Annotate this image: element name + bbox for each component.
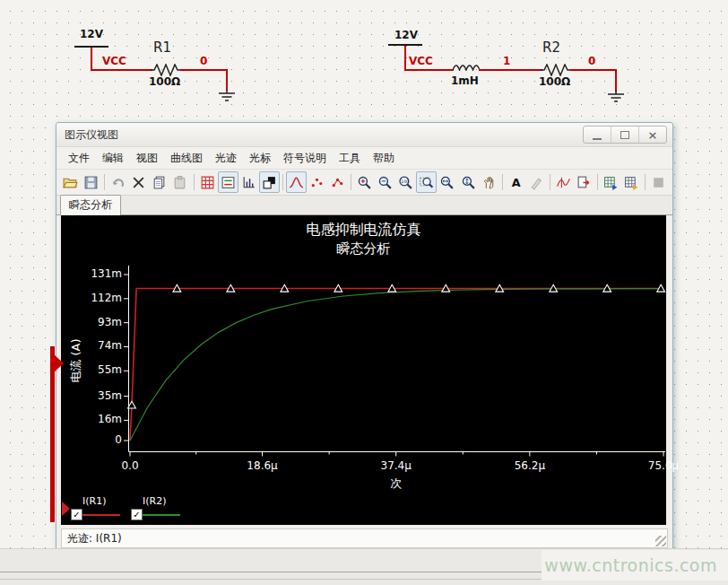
gray-square-icon bbox=[651, 175, 666, 190]
show-legend-button[interactable] bbox=[218, 171, 238, 193]
point-style-button[interactable] bbox=[307, 171, 327, 193]
selected-trace-arrow-icon bbox=[62, 502, 70, 516]
plot-surface[interactable] bbox=[61, 215, 666, 525]
open-folder-icon bbox=[63, 175, 78, 190]
y-tick-label-7: 131m bbox=[75, 267, 122, 280]
save-button[interactable] bbox=[81, 171, 101, 193]
wire bbox=[615, 69, 617, 92]
undo-icon bbox=[110, 175, 126, 190]
resistor-r2-value: 100Ω bbox=[539, 75, 570, 88]
restore-button[interactable] bbox=[611, 127, 638, 143]
edit-text-disabled-icon bbox=[529, 175, 544, 190]
point-line-style-button[interactable] bbox=[327, 171, 348, 193]
zoom-horizontal-button[interactable] bbox=[437, 171, 457, 193]
close-icon: × bbox=[648, 129, 658, 141]
menu-item-6[interactable]: 符号说明 bbox=[277, 148, 333, 169]
tab-transient-analysis[interactable]: 瞬态分析 bbox=[60, 195, 121, 215]
toolbar-separator bbox=[104, 174, 105, 190]
red-dots-line-icon bbox=[330, 175, 345, 190]
resize-grip[interactable] bbox=[655, 536, 666, 546]
menu-item-0[interactable]: 文件 bbox=[62, 148, 96, 169]
copy-button[interactable] bbox=[149, 171, 169, 193]
legend-checkbox-I(R2)[interactable]: ✓ bbox=[131, 509, 143, 520]
text-a-icon: A bbox=[508, 175, 524, 190]
right-supply-label: 12V bbox=[394, 29, 418, 41]
status-bar: 光迹: I(R1) bbox=[61, 528, 668, 548]
zoom-vertical-button[interactable] bbox=[458, 171, 479, 193]
edit-text-button[interactable] bbox=[526, 171, 547, 193]
wire bbox=[91, 48, 92, 71]
menu-item-5[interactable]: 光标 bbox=[243, 148, 277, 169]
zoom-100-button[interactable]: 100 bbox=[395, 171, 416, 193]
y-tick-label-6: 112m bbox=[75, 292, 122, 304]
snapshot-button-disabled bbox=[648, 171, 669, 193]
zoom-area-button[interactable] bbox=[416, 171, 437, 193]
x-tick-label-4: 75.0μ bbox=[635, 459, 692, 472]
export-to-excel-button[interactable] bbox=[601, 171, 621, 193]
wire bbox=[404, 69, 454, 71]
wire bbox=[180, 69, 228, 71]
right-net-vcc-label: VCC bbox=[409, 55, 433, 67]
red-dots-icon bbox=[309, 175, 325, 190]
close-button[interactable]: × bbox=[638, 127, 666, 143]
resistor-r2-ref: R2 bbox=[542, 39, 560, 56]
window-titlebar[interactable]: 图示仪视图 × bbox=[56, 123, 672, 147]
wire bbox=[570, 69, 617, 71]
y-tick-label-4: 74m bbox=[75, 339, 122, 352]
grapher-window: 图示仪视图 × 文件编辑视图曲线图光迹光标符号说明工具帮助 bbox=[56, 122, 673, 551]
graph-properties-button[interactable] bbox=[238, 171, 259, 193]
inductor-l1-value: 1mH bbox=[451, 74, 479, 87]
toolbar-separator bbox=[282, 174, 283, 190]
add-text-button[interactable]: A bbox=[506, 171, 526, 193]
minimize-button[interactable] bbox=[584, 127, 611, 143]
legend-label-I(R2): I(R2) bbox=[143, 495, 166, 507]
overlay-traces-button[interactable] bbox=[259, 171, 280, 193]
menu-item-4[interactable]: 光迹 bbox=[209, 148, 243, 169]
toolbar-separator bbox=[194, 174, 195, 190]
zoom-in-icon bbox=[357, 175, 372, 190]
menu-item-1[interactable]: 编辑 bbox=[96, 148, 130, 169]
y-tick-label-0: 0 bbox=[75, 433, 122, 446]
left-net-vcc-label: VCC bbox=[102, 55, 126, 67]
left-ground-symbol[interactable] bbox=[217, 90, 237, 103]
left-supply-label: 12V bbox=[80, 28, 103, 40]
legend-icon bbox=[221, 175, 236, 190]
hand-icon bbox=[481, 175, 497, 190]
pan-button[interactable] bbox=[479, 171, 499, 193]
legend-label-I(R1): I(R1) bbox=[82, 495, 106, 507]
export-excel-grid-icon bbox=[603, 175, 619, 190]
show-cursors-button[interactable] bbox=[553, 171, 574, 193]
delete-button[interactable] bbox=[128, 171, 149, 193]
zoom-vertical-icon bbox=[461, 175, 476, 190]
resistor-r2-symbol[interactable] bbox=[541, 64, 572, 76]
minimize-icon bbox=[593, 135, 602, 140]
legend-checkbox-I(R1)[interactable]: ✓ bbox=[71, 509, 82, 520]
export-to-report-button[interactable] bbox=[621, 171, 642, 193]
save-floppy-icon bbox=[83, 175, 99, 190]
toolbar-separator bbox=[502, 174, 503, 190]
left-net-0-label: 0 bbox=[200, 55, 207, 67]
red-curve-icon bbox=[289, 175, 304, 190]
undo-button[interactable] bbox=[108, 171, 128, 193]
toolbar-separator bbox=[645, 174, 646, 190]
resistor-r1-symbol[interactable] bbox=[151, 64, 182, 76]
wire bbox=[479, 69, 542, 71]
zoom-out-button[interactable] bbox=[375, 171, 395, 193]
overlay-squares-icon bbox=[262, 175, 277, 190]
delete-x-icon bbox=[131, 175, 146, 190]
paste-button[interactable] bbox=[169, 171, 190, 193]
toolbar-separator bbox=[597, 174, 598, 190]
show-grid-button[interactable] bbox=[196, 171, 217, 193]
zoom-100-icon: 100 bbox=[398, 175, 413, 190]
y-tick-label-2: 35m bbox=[75, 389, 122, 402]
export-graph-button[interactable] bbox=[574, 171, 594, 193]
trace-line-style-button[interactable] bbox=[286, 171, 307, 193]
right-ground-symbol[interactable] bbox=[606, 91, 626, 104]
open-button[interactable] bbox=[60, 171, 81, 193]
menu-item-2[interactable]: 视图 bbox=[130, 148, 164, 169]
menu-item-7[interactable]: 工具 bbox=[333, 148, 367, 169]
inductor-l1-symbol[interactable] bbox=[453, 63, 480, 71]
menu-item-3[interactable]: 曲线图 bbox=[164, 148, 209, 169]
zoom-in-button[interactable] bbox=[354, 171, 375, 193]
menu-item-8[interactable]: 帮助 bbox=[367, 148, 401, 169]
